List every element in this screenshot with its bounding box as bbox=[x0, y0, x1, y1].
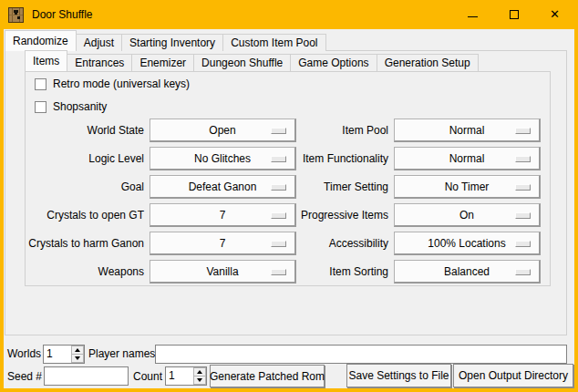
crystals-open-gt-value: 7 bbox=[220, 205, 226, 225]
tab-game-options-label: Game Options bbox=[298, 57, 368, 69]
worlds-spinbox[interactable]: 1 bbox=[43, 345, 85, 364]
tab-custom-item-pool[interactable]: Custom Item Pool bbox=[222, 34, 325, 51]
tab-game-options[interactable]: Game Options bbox=[290, 54, 377, 71]
minimize-button[interactable] bbox=[452, 0, 493, 28]
item-pool-value: Normal bbox=[449, 120, 485, 140]
spin-down-arrow-icon bbox=[75, 356, 80, 360]
tab-items[interactable]: Items bbox=[25, 50, 67, 71]
timer-setting-dropdown[interactable]: No Timer bbox=[394, 175, 541, 199]
tab-randomize-label: Randomize bbox=[13, 35, 68, 47]
item-pool-dropdown[interactable]: Normal bbox=[394, 119, 541, 142]
seed-input[interactable] bbox=[44, 366, 129, 386]
world-state-value: Open bbox=[209, 120, 235, 140]
tab-starting-inventory[interactable]: Starting Inventory bbox=[121, 34, 223, 51]
player-names-label: Player names bbox=[88, 345, 155, 364]
crystals-harm-ganon-value: 7 bbox=[220, 233, 226, 253]
tab-generation-setup-label: Generation Setup bbox=[385, 57, 470, 69]
tab-custom-item-pool-label: Custom Item Pool bbox=[231, 36, 317, 49]
logic-level-label: Logic Level bbox=[18, 147, 144, 170]
tab-starting-inventory-label: Starting Inventory bbox=[129, 36, 215, 49]
titlebar[interactable]: Door Shuffle ✕ bbox=[0, 0, 578, 29]
minimize-icon bbox=[468, 16, 478, 17]
tab-entrances[interactable]: Entrances bbox=[67, 54, 132, 71]
tab-items-label: Items bbox=[33, 55, 59, 67]
tab-adjust-label: Adjust bbox=[84, 36, 114, 49]
menu-indicator-icon bbox=[515, 212, 531, 219]
open-output-directory-button[interactable]: Open Output Directory bbox=[453, 364, 573, 387]
crystals-harm-ganon-label: Crystals to harm Ganon bbox=[18, 232, 144, 255]
goal-label: Goal bbox=[18, 175, 144, 199]
worlds-label: Worlds bbox=[7, 345, 41, 364]
accessibility-value: 100% Locations bbox=[428, 233, 505, 253]
item-functionality-label: Item Functionality bbox=[274, 147, 388, 170]
tab-entrances-label: Entrances bbox=[75, 57, 124, 69]
menu-indicator-icon bbox=[515, 269, 531, 275]
spin-up-arrow-icon bbox=[197, 370, 202, 374]
menu-indicator-icon bbox=[515, 241, 531, 247]
worlds-value: 1 bbox=[46, 346, 53, 363]
retro-mode-label: Retro mode (universal keys) bbox=[53, 77, 190, 92]
accessibility-label: Accessibility bbox=[274, 232, 388, 255]
count-value: 1 bbox=[169, 367, 175, 385]
crystals-open-gt-label: Crystals to open GT bbox=[18, 203, 144, 227]
window: Door Shuffle ✕ Randomize Adjust Starting… bbox=[0, 0, 578, 392]
shopsanity-label: Shopsanity bbox=[53, 99, 107, 115]
maximize-button[interactable] bbox=[493, 0, 534, 28]
window-title: Door Shuffle bbox=[32, 0, 93, 29]
tab-adjust[interactable]: Adjust bbox=[76, 34, 122, 51]
count-spin-down-button[interactable] bbox=[193, 376, 206, 385]
item-sorting-label: Item Sorting bbox=[274, 260, 388, 284]
menu-indicator-icon bbox=[515, 184, 531, 191]
accessibility-dropdown[interactable]: 100% Locations bbox=[394, 232, 541, 255]
progressive-items-value: On bbox=[459, 205, 474, 225]
seed-label: Seed # bbox=[7, 367, 42, 387]
tab-enemizer[interactable]: Enemizer bbox=[131, 54, 194, 71]
door-icon bbox=[8, 7, 24, 23]
generate-patched-rom-button[interactable]: Generate Patched Rom bbox=[210, 365, 325, 387]
weapons-label: Weapons bbox=[18, 260, 144, 284]
count-spinbox[interactable]: 1 bbox=[165, 366, 207, 386]
item-functionality-dropdown[interactable]: Normal bbox=[394, 147, 541, 170]
world-state-label: World State bbox=[18, 119, 144, 142]
close-button[interactable]: ✕ bbox=[534, 0, 575, 28]
tab-dungeon-shuffle[interactable]: Dungeon Shuffle bbox=[193, 54, 291, 71]
tab-randomize[interactable]: Randomize bbox=[5, 30, 77, 51]
count-label: Count bbox=[133, 367, 162, 387]
save-settings-button[interactable]: Save Settings to File bbox=[346, 364, 451, 387]
maximize-icon bbox=[510, 10, 519, 19]
menu-indicator-icon bbox=[515, 128, 531, 134]
item-pool-label: Item Pool bbox=[274, 119, 388, 142]
logic-level-value: No Glitches bbox=[194, 149, 251, 169]
menu-indicator-icon bbox=[515, 156, 531, 162]
progressive-items-label: Progressive Items bbox=[274, 203, 388, 227]
close-icon: ✕ bbox=[550, 8, 560, 20]
item-functionality-value: Normal bbox=[449, 149, 485, 169]
spin-up-arrow-icon bbox=[75, 348, 80, 352]
timer-setting-label: Timer Setting bbox=[274, 175, 388, 199]
tab-dungeon-shuffle-label: Dungeon Shuffle bbox=[201, 57, 283, 69]
progressive-items-dropdown[interactable]: On bbox=[394, 203, 541, 227]
item-sorting-dropdown[interactable]: Balanced bbox=[394, 260, 541, 284]
weapons-value: Vanilla bbox=[206, 262, 238, 282]
item-sorting-value: Balanced bbox=[444, 262, 490, 282]
player-names-input[interactable] bbox=[155, 345, 567, 364]
goal-value: Defeat Ganon bbox=[189, 177, 257, 197]
tab-generation-setup[interactable]: Generation Setup bbox=[377, 54, 479, 71]
timer-setting-value: No Timer bbox=[445, 177, 490, 197]
spin-down-arrow-icon bbox=[197, 378, 202, 382]
worlds-spin-down-button[interactable] bbox=[71, 354, 84, 363]
shopsanity-checkbox[interactable] bbox=[35, 101, 46, 113]
retro-mode-checkbox[interactable] bbox=[35, 78, 46, 90]
tab-enemizer-label: Enemizer bbox=[139, 57, 186, 69]
